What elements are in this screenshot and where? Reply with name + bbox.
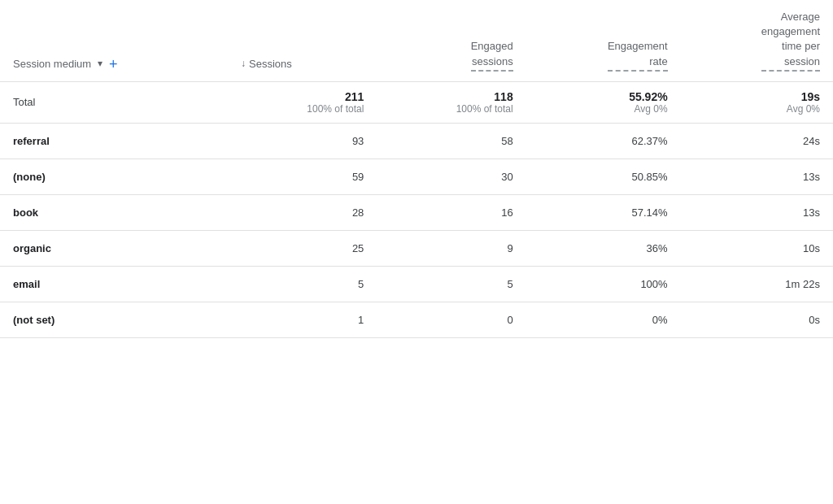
- row-avg-time-cell: 24s: [681, 123, 833, 159]
- total-engagement-rate-value: 55.92%: [539, 90, 668, 103]
- avg-engagement-time-column-header[interactable]: Averageengagementtime persession: [681, 0, 833, 81]
- total-row: Total 211 100% of total 118 100% of tota…: [0, 81, 833, 123]
- analytics-table-container: Session medium ▾ + ↓ Sessions Engagedses…: [0, 0, 833, 504]
- row-sessions-cell: 93: [228, 123, 377, 159]
- row-dimension-cell[interactable]: referral: [0, 123, 228, 159]
- total-engaged-sessions-cell: 118 100% of total: [377, 81, 526, 123]
- engaged-sessions-column-header[interactable]: Engagedsessions: [377, 0, 526, 81]
- row-engagement-rate-cell: 36%: [526, 230, 681, 266]
- row-engaged-sessions-cell: 30: [377, 159, 526, 194]
- row-engagement-rate-cell: 62.37%: [526, 123, 681, 159]
- total-avg-time-sub: Avg 0%: [694, 103, 820, 115]
- row-dimension-cell[interactable]: book: [0, 194, 228, 230]
- row-sessions-cell: 5: [228, 266, 377, 302]
- total-label: Total: [13, 96, 35, 108]
- row-engaged-sessions-cell: 5: [377, 266, 526, 302]
- row-engagement-rate-cell: 0%: [526, 302, 681, 337]
- add-dimension-button[interactable]: +: [109, 57, 118, 72]
- table-row: book281657.14%13s: [0, 194, 833, 230]
- sessions-column-header[interactable]: ↓ Sessions: [228, 0, 377, 81]
- total-sessions-value: 211: [241, 90, 364, 103]
- row-avg-time-cell: 13s: [681, 159, 833, 194]
- engaged-sessions-label: Engagedsessions: [471, 39, 513, 71]
- sort-down-icon: ↓: [241, 57, 246, 71]
- total-avg-time-value: 19s: [694, 90, 820, 103]
- total-engaged-value: 118: [390, 90, 512, 103]
- row-avg-time-cell: 13s: [681, 194, 833, 230]
- total-engagement-rate-sub: Avg 0%: [539, 103, 668, 115]
- engagement-rate-column-header[interactable]: Engagementrate: [526, 0, 681, 81]
- row-avg-time-cell: 10s: [681, 230, 833, 266]
- row-sessions-cell: 59: [228, 159, 377, 194]
- table-header-row: Session medium ▾ + ↓ Sessions Engagedses…: [0, 0, 833, 81]
- total-avg-time-cell: 19s Avg 0%: [681, 81, 833, 123]
- row-sessions-cell: 1: [228, 302, 377, 337]
- row-engaged-sessions-cell: 16: [377, 194, 526, 230]
- dropdown-arrow-icon[interactable]: ▾: [98, 57, 102, 71]
- row-avg-time-cell: 0s: [681, 302, 833, 337]
- row-engaged-sessions-cell: 0: [377, 302, 526, 337]
- analytics-table: Session medium ▾ + ↓ Sessions Engagedses…: [0, 0, 833, 338]
- row-dimension-cell[interactable]: email: [0, 266, 228, 302]
- sessions-label: Sessions: [249, 57, 292, 72]
- table-row: organic25936%10s: [0, 230, 833, 266]
- table-row: email55100%1m 22s: [0, 266, 833, 302]
- dimension-label: Session medium: [13, 57, 91, 72]
- row-dimension-cell[interactable]: (not set): [0, 302, 228, 337]
- total-dimension-cell: Total: [0, 81, 228, 123]
- dimension-column-header: Session medium ▾ +: [0, 0, 228, 81]
- row-engagement-rate-cell: 57.14%: [526, 194, 681, 230]
- row-engaged-sessions-cell: 58: [377, 123, 526, 159]
- row-avg-time-cell: 1m 22s: [681, 266, 833, 302]
- total-sessions-cell: 211 100% of total: [228, 81, 377, 123]
- row-engagement-rate-cell: 50.85%: [526, 159, 681, 194]
- row-sessions-cell: 25: [228, 230, 377, 266]
- total-sessions-sub: 100% of total: [241, 103, 364, 115]
- table-row: (not set)100%0s: [0, 302, 833, 337]
- engagement-rate-label: Engagementrate: [608, 39, 668, 71]
- row-dimension-cell[interactable]: organic: [0, 230, 228, 266]
- table-row: (none)593050.85%13s: [0, 159, 833, 194]
- total-engaged-sub: 100% of total: [390, 103, 512, 115]
- row-engagement-rate-cell: 100%: [526, 266, 681, 302]
- avg-engagement-time-label: Averageengagementtime persession: [761, 10, 820, 72]
- row-sessions-cell: 28: [228, 194, 377, 230]
- row-engaged-sessions-cell: 9: [377, 230, 526, 266]
- total-engagement-rate-cell: 55.92% Avg 0%: [526, 81, 681, 123]
- table-row: referral935862.37%24s: [0, 123, 833, 159]
- row-dimension-cell[interactable]: (none): [0, 159, 228, 194]
